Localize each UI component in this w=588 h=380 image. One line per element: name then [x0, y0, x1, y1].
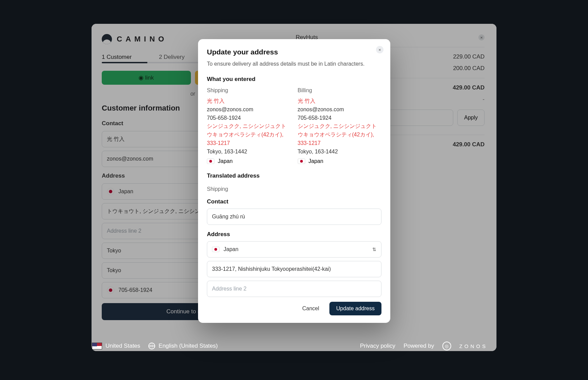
japan-flag-icon	[212, 247, 219, 252]
city-input[interactable]: Tokyo	[102, 243, 205, 259]
duties-taxes: 200.00 CAD	[453, 65, 485, 72]
translated-heading: Translated address	[207, 172, 381, 179]
footer-language[interactable]: English (United States)	[159, 343, 218, 349]
grand-total: 429.00 CAD	[453, 141, 485, 148]
cancel-button[interactable]: Cancel	[295, 302, 326, 315]
close-icon[interactable]: ×	[376, 46, 383, 53]
globe-icon	[148, 343, 155, 349]
total: 429.00 CAD	[453, 84, 485, 91]
translated-line2-input[interactable]: Address line 2	[207, 281, 381, 297]
footer-country[interactable]: United States	[105, 343, 140, 349]
subtotal: 229.00 CAD	[453, 53, 485, 60]
powered-by-label: Powered by	[404, 343, 434, 349]
contact-field-label: Contact	[207, 198, 381, 205]
apply-promo-button[interactable]: Apply	[457, 110, 485, 126]
entered-billing: Billing 光 竹入 zonos@zonos.com 705-658-192…	[298, 87, 382, 164]
update-address-button[interactable]: Update address	[329, 302, 381, 315]
privacy-link[interactable]: Privacy policy	[360, 343, 395, 349]
japan-flag-icon	[207, 159, 214, 164]
zonos-logo-icon: ◎	[442, 342, 451, 350]
update-address-modal: Update your address × To ensure delivery…	[198, 39, 390, 323]
translated-line1-input[interactable]: 333-1217, Nishishinjuku Tokyooperashitei…	[207, 261, 381, 277]
entered-heading: What you entered	[207, 76, 381, 83]
modal-subtitle: To ensure delivery all address details m…	[207, 61, 381, 67]
entered-shipping: Shipping 光 竹入 zonos@zonos.com 705-658-19…	[207, 87, 291, 164]
pay-link-button[interactable]: ◉ link	[102, 71, 191, 85]
zonos-brand: ZONOS	[459, 343, 488, 349]
page-footer: United States English (United States) Pr…	[92, 342, 488, 350]
translated-country-select[interactable]: Japan⇅	[207, 241, 381, 258]
remove-item-button[interactable]: ×	[478, 34, 485, 40]
brand-name: CAMINO	[117, 35, 167, 44]
address-field-label: Address	[207, 231, 381, 238]
chevron-updown-icon: ⇅	[372, 247, 376, 252]
us-flag-icon	[92, 343, 102, 349]
camino-logo-icon	[102, 34, 112, 44]
step-delivery[interactable]: 2 Delivery	[159, 54, 185, 61]
modal-title: Update your address	[207, 48, 381, 56]
shipping-cost: -	[483, 96, 485, 103]
japan-flag-icon	[107, 286, 114, 294]
translated-shipping-label: Shipping	[207, 186, 381, 192]
japan-flag-icon	[107, 188, 114, 195]
translated-contact-input[interactable]: Guāng zhú rù	[207, 209, 381, 225]
step-customer[interactable]: 1 Customer	[102, 54, 132, 61]
japan-flag-icon	[298, 159, 305, 164]
